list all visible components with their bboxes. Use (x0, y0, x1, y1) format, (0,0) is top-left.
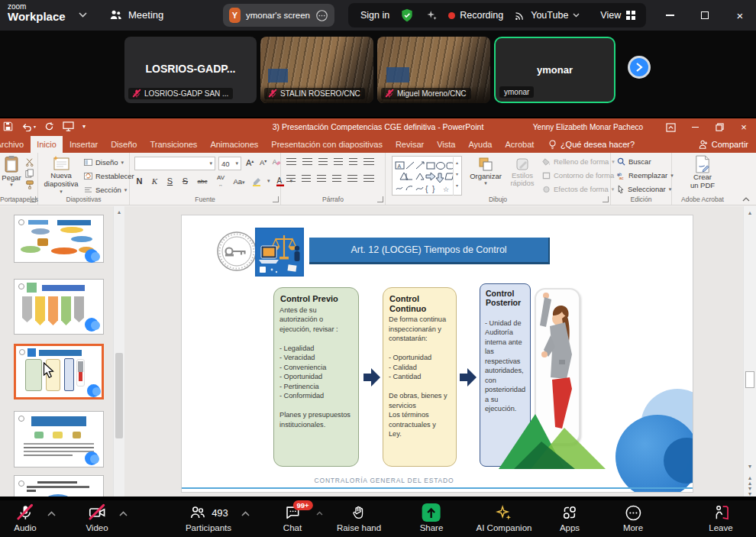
ribbon-display-options-icon[interactable] (658, 118, 683, 136)
participants-options-chevron[interactable] (241, 511, 250, 516)
video-tile-ymonar-active[interactable]: ymonar ymonar (494, 37, 615, 103)
paste-button[interactable]: Pegar▾ (0, 155, 23, 188)
scroll-up-arrow[interactable]: ▴ (114, 209, 124, 215)
align-center-button[interactable] (302, 175, 311, 183)
character-spacing-button[interactable]: AV↔ (215, 174, 227, 188)
meeting-tab[interactable]: Meeting (108, 8, 163, 22)
tab-ayuda[interactable]: Ayuda (462, 136, 499, 153)
tab-revisar[interactable]: Revisar (389, 136, 430, 153)
copy-icon[interactable] (25, 169, 34, 178)
share-document-button[interactable]: Compartir (699, 136, 748, 153)
view-button[interactable]: View (600, 10, 636, 21)
verified-shield-icon[interactable] (399, 8, 415, 23)
arrange-button[interactable]: Organizar▾ (468, 157, 503, 186)
text-shadow-button[interactable]: abc (195, 178, 209, 185)
shape-outline-button[interactable]: Contorno de forma▾ (542, 171, 620, 180)
cut-icon[interactable] (25, 157, 34, 167)
columns-button[interactable] (347, 175, 357, 183)
bullets-button[interactable] (286, 158, 296, 167)
video-options-chevron[interactable] (119, 511, 128, 516)
tab-archivo[interactable]: Archivo (0, 136, 31, 153)
slide-canvas[interactable]: Art. 12 (LOCGE) Tiempos de Control Contr… (181, 215, 693, 493)
shape-fill-button[interactable]: Relleno de forma▾ (542, 157, 615, 166)
justify-button[interactable] (332, 175, 341, 183)
tab-vista[interactable]: Vista (431, 136, 462, 153)
ai-companion-button[interactable]: AI Companion (477, 503, 532, 532)
font-name-select[interactable]: ▾ (134, 157, 215, 170)
screen-share-pill[interactable]: Y ymonar's screen (223, 4, 334, 27)
tab-acrobat[interactable]: Acrobat (499, 136, 541, 153)
tab-diseno[interactable]: Diseño (105, 136, 144, 153)
next-slide-button[interactable]: ▾▾ (744, 486, 756, 497)
video-tile-losrios[interactable]: LOSRIOS-GADP... LOSRIOS-GADP SAN ... (124, 37, 257, 103)
slide-thumbnail-5[interactable] (14, 475, 104, 497)
window-maximize-button[interactable] (692, 0, 718, 31)
dialog-launcher-icon[interactable] (603, 196, 609, 202)
replace-button[interactable]: abacReemplazar▾ (617, 171, 674, 180)
thumbnail-scrollbar[interactable]: ▴ (113, 206, 124, 497)
audio-button[interactable]: Audio (14, 503, 36, 532)
line-spacing-button[interactable] (349, 158, 357, 167)
ppt-restore-button[interactable] (707, 118, 732, 136)
scrollbar-thumb[interactable] (115, 353, 123, 438)
scroll-up-arrow[interactable]: ▴ (744, 209, 756, 216)
convert-smartart-button[interactable] (363, 175, 374, 183)
select-button[interactable]: Seleccionar▾ (617, 185, 671, 193)
ppt-minimize-button[interactable] (683, 118, 707, 136)
chat-options-chevron[interactable] (316, 511, 323, 516)
shrink-font-button[interactable]: A▾ (260, 158, 267, 167)
sign-in-button[interactable]: Sign in (360, 10, 389, 21)
chat-button[interactable]: 99+ Chat (283, 503, 302, 532)
slide-thumbnail-2[interactable] (14, 279, 104, 335)
leave-button[interactable]: Leave (709, 503, 732, 532)
font-size-select[interactable]: 40▾ (218, 157, 241, 170)
slide-thumbnail-1[interactable] (14, 215, 104, 263)
text-direction-button[interactable] (363, 158, 374, 167)
raise-hand-button[interactable]: Raise hand (337, 503, 381, 532)
slide-layout-button[interactable]: Diseño▾ (84, 158, 124, 167)
tab-animaciones[interactable]: Animaciones (204, 136, 265, 153)
youtube-stream-menu[interactable]: YouTube (513, 9, 580, 22)
collapse-ribbon-button[interactable] (742, 197, 750, 202)
tab-transiciones[interactable]: Transiciones (144, 136, 204, 153)
highlight-color-button[interactable] (251, 176, 262, 186)
shape-effects-button[interactable]: Efectos de forma▾ (542, 185, 614, 193)
shapes-gallery[interactable]: A {}☆ ▴▾▾ (392, 156, 462, 196)
tell-me-box[interactable]: ¿Qué desea hacer? (548, 136, 635, 153)
new-slide-button[interactable]: Nueva diapositiva▾ (43, 155, 79, 195)
quick-styles-button[interactable]: Estilos rápidos (506, 157, 539, 188)
scroll-down-arrow[interactable]: ▾ (744, 463, 756, 470)
slide-scrollbar[interactable]: ▴ ▾ ▴▴ ▾▾ (743, 206, 756, 497)
grow-font-button[interactable]: A▴ (246, 158, 254, 167)
tab-insertar[interactable]: Insertar (63, 136, 104, 153)
video-tile-miguel[interactable]: Miguel Moreno/CNC (377, 37, 490, 103)
section-button[interactable]: Sección▾ (84, 186, 127, 194)
underline-button[interactable]: S (165, 176, 175, 186)
shapes-scroll[interactable]: ▴▾▾ (453, 157, 460, 196)
apps-button[interactable]: Apps (560, 503, 580, 532)
tab-presentacion[interactable]: Presentación con diapositivas (265, 136, 389, 153)
window-minimize-button[interactable] (657, 0, 683, 31)
previous-slide-button[interactable]: ▴▴ (744, 475, 756, 486)
video-tile-stalin[interactable]: STALIN ROSERO/CNC (260, 37, 373, 103)
chevron-down-icon[interactable] (79, 12, 87, 18)
share-screen-button[interactable]: Share (420, 503, 444, 532)
numbering-button[interactable] (302, 158, 312, 167)
video-button[interactable]: Video (86, 503, 108, 532)
ppt-close-button[interactable]: × (732, 118, 756, 136)
dialog-launcher-icon[interactable] (377, 196, 383, 202)
ellipsis-circle-icon[interactable] (315, 9, 328, 22)
tab-inicio[interactable]: Inicio (31, 136, 63, 153)
bold-button[interactable]: N (134, 176, 144, 186)
slide-thumbnail-4[interactable] (14, 411, 104, 467)
dialog-launcher-icon[interactable] (273, 196, 279, 202)
window-close-button[interactable]: × (727, 0, 753, 31)
change-case-button[interactable]: Aa▾ (232, 176, 246, 186)
clear-formatting-icon[interactable]: A (272, 157, 281, 167)
format-painter-icon[interactable] (25, 180, 34, 189)
sparkle-icon[interactable] (425, 8, 438, 22)
find-button[interactable]: Buscar (617, 157, 651, 166)
audio-options-chevron[interactable] (47, 511, 56, 516)
italic-button[interactable]: K (150, 176, 160, 186)
align-right-button[interactable] (317, 175, 326, 183)
